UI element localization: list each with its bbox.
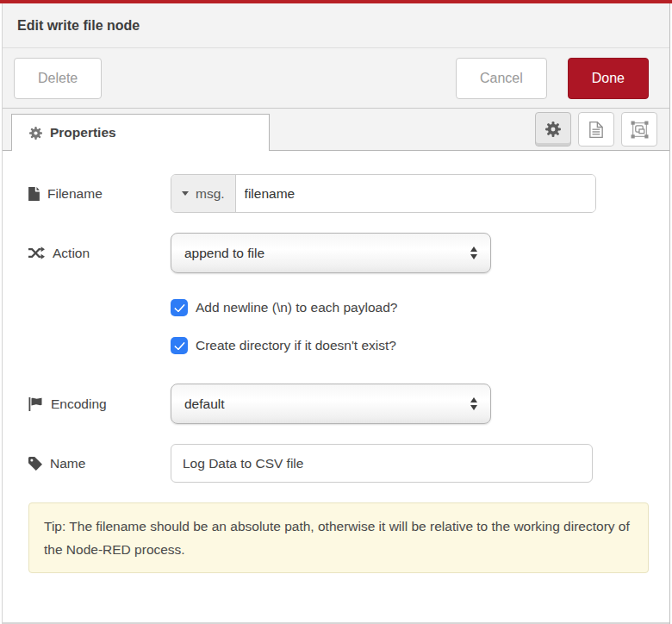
filename-typed-input: msg. — [171, 174, 596, 213]
action-selected-value: append to file — [184, 246, 264, 261]
select-stepper-icon — [470, 246, 477, 259]
gear-icon — [29, 127, 42, 140]
name-label: Name — [28, 456, 171, 471]
description-button[interactable] — [578, 112, 614, 147]
encoding-label-text: Encoding — [51, 396, 107, 412]
encoding-select[interactable]: default — [171, 384, 491, 424]
name-input[interactable] — [171, 444, 593, 483]
encoding-label: Encoding — [28, 396, 171, 412]
action-row: Action append to file — [28, 233, 644, 273]
mkdir-checkbox[interactable] — [171, 337, 188, 354]
encoding-row: Encoding default — [28, 384, 644, 424]
filename-type-select-button[interactable]: msg. — [171, 175, 236, 212]
name-row: Name — [28, 444, 644, 483]
tab-properties[interactable]: Properties — [11, 114, 270, 151]
appearance-button[interactable] — [621, 112, 657, 147]
edit-write-file-node-dialog: Edit write file node Delete Cancel Done … — [2, 3, 670, 624]
dialog-title: Edit write file node — [17, 18, 140, 34]
filename-row: Filename msg. — [28, 174, 644, 213]
delete-button[interactable]: Delete — [14, 58, 102, 99]
flag-icon — [28, 397, 43, 411]
filename-input[interactable] — [236, 175, 595, 212]
select-stepper-icon — [470, 397, 477, 410]
newline-checkbox[interactable] — [171, 299, 188, 316]
action-select[interactable]: append to file — [171, 233, 491, 273]
newline-checkbox-row: Add newline (\n) to each payload? — [171, 299, 644, 316]
cancel-button[interactable]: Cancel — [456, 58, 547, 99]
name-label-text: Name — [50, 456, 85, 471]
done-button[interactable]: Done — [568, 58, 649, 99]
form-body: Filename msg. — [3, 151, 669, 573]
newline-checkbox-label[interactable]: Add newline (\n) to each payload? — [196, 300, 397, 315]
shuffle-icon — [28, 246, 45, 259]
filename-label-text: Filename — [47, 186, 103, 202]
file-icon — [28, 187, 40, 201]
chevron-down-icon — [182, 191, 189, 196]
tab-row: Properties — [3, 109, 669, 151]
tab-properties-label: Properties — [50, 125, 116, 140]
editor-toolbar — [535, 112, 657, 147]
tip-text: Tip: The filename should be an absolute … — [44, 519, 630, 557]
appearance-icon — [631, 121, 649, 139]
action-label: Action — [28, 246, 171, 261]
dialog-button-bar: Delete Cancel Done — [3, 48, 669, 109]
document-icon — [589, 122, 603, 138]
encoding-selected-value: default — [184, 396, 225, 412]
mkdir-checkbox-row: Create directory if it doesn't exist? — [171, 337, 644, 354]
filename-type-prefix: msg. — [196, 186, 225, 202]
tip-box: Tip: The filename should be an absolute … — [28, 502, 649, 573]
properties-gear-button[interactable] — [535, 112, 571, 147]
tag-icon — [28, 457, 42, 471]
mkdir-checkbox-label[interactable]: Create directory if it doesn't exist? — [196, 338, 396, 353]
gear-icon — [545, 122, 561, 137]
dialog-header: Edit write file node — [3, 3, 669, 48]
action-label-text: Action — [53, 246, 90, 261]
filename-label: Filename — [28, 186, 171, 202]
